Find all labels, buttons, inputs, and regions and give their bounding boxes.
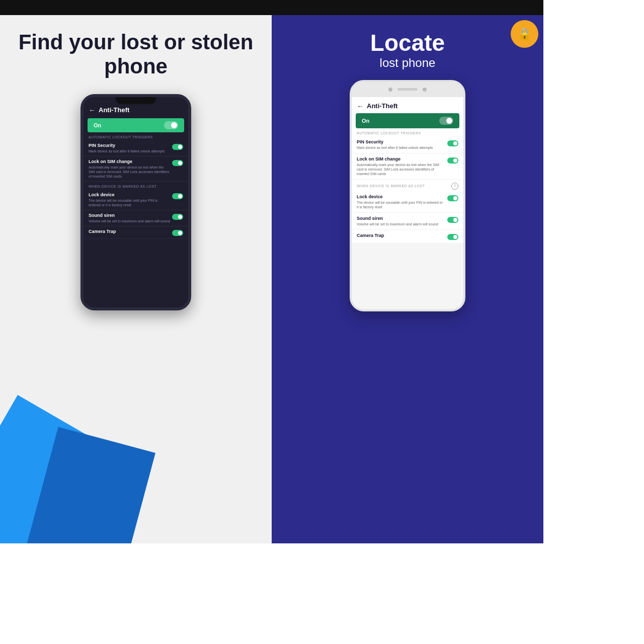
section-label-right-text: AUTOMATIC LOCKOUT TRIGGERS — [357, 131, 421, 135]
setting-title-pin-right: PIN Security — [357, 139, 445, 144]
left-panel: Find your lost or stolen phone ← Anti-Th… — [0, 15, 272, 543]
headline-big: Locate — [282, 30, 533, 56]
setting-text-camera-left: Camera Trap — [89, 229, 170, 235]
setting-text-camera-right: Camera Trap — [357, 233, 445, 239]
toggle-camera-right[interactable] — [447, 234, 458, 240]
setting-text-siren-left: Sound siren Volume will be set to maximu… — [89, 213, 170, 223]
setting-title-sim-right: Lock on SIM change — [357, 156, 445, 162]
phone-screen-left: ← Anti-Theft On AUTOMATIC LOCKOUT TRIGGE… — [84, 97, 188, 307]
orange-badge: 🔒 — [511, 20, 538, 48]
setting-item-lock-right: Lock device The device will be unusable … — [352, 191, 463, 213]
setting-desc-sim-right: Automatically mark your device as lost w… — [357, 163, 445, 176]
toggle-switch-left[interactable] — [164, 121, 178, 129]
setting-title-lock-right: Lock device — [357, 194, 445, 199]
section-label2-right: WHEN DEVICE IS MARKED AS LOST ? — [352, 180, 463, 191]
top-bar — [0, 0, 543, 15]
phone-title-left: Anti-Theft — [99, 106, 129, 114]
left-headline: Find your lost or stolen phone — [10, 30, 262, 79]
section-label2-left: WHEN DEVICE IS MARKED AS LOST — [84, 182, 188, 190]
back-arrow-left[interactable]: ← — [89, 106, 96, 114]
setting-desc-sim-left: Automatically mark your device as lost w… — [89, 165, 170, 179]
phone-left: ← Anti-Theft On AUTOMATIC LOCKOUT TRIGGE… — [80, 94, 191, 310]
section-label2-right-text: WHEN DEVICE IS MARKED AS LOST — [357, 184, 425, 188]
toggle-label-right: On — [362, 118, 369, 124]
setting-desc-siren-left: Volume will be set to maximum and alarm … — [89, 219, 170, 223]
setting-title-sim-left: Lock on SIM change — [89, 159, 170, 164]
setting-desc-pin-right: Mark device as lost after 8 failed unloc… — [357, 145, 445, 150]
phone-header-right: ← Anti-Theft — [352, 97, 463, 113]
back-arrow-right[interactable]: ← — [357, 102, 364, 110]
setting-title-pin-left: PIN Security — [89, 143, 170, 148]
setting-item-camera-left: Camera Trap — [84, 226, 188, 239]
toggle-switch-right[interactable] — [439, 117, 453, 125]
phone-screen-right: ← Anti-Theft On AUTOMATIC LOCKOUT TRIGGE… — [352, 97, 463, 244]
setting-item-siren-right: Sound siren Volume will be set to maximu… — [352, 213, 463, 230]
toggle-bar-left[interactable]: On — [88, 118, 184, 132]
setting-item-lock-left: Lock device The device will be unusable … — [84, 190, 188, 210]
setting-text-pin-right: PIN Security Mark device as lost after 8… — [357, 139, 445, 150]
setting-desc-siren-right: Volume will be set to maximum and alarm … — [357, 222, 445, 226]
setting-desc-pin-left: Mark device as lost after 8 failed unloc… — [89, 149, 170, 153]
toggle-lock-left[interactable] — [172, 193, 183, 199]
phone-camera-right — [388, 88, 392, 92]
setting-item-sim-right: Lock on SIM change Automatically mark yo… — [352, 153, 463, 180]
setting-text-lock-left: Lock device The device will be unusable … — [89, 192, 170, 207]
help-icon-right[interactable]: ? — [451, 183, 458, 190]
setting-title-siren-left: Sound siren — [89, 213, 170, 218]
setting-item-pin-right: PIN Security Mark device as lost after 8… — [352, 136, 463, 153]
section-label-right: AUTOMATIC LOCKOUT TRIGGERS — [352, 128, 463, 136]
setting-title-lock-left: Lock device — [89, 192, 170, 197]
headline-small: lost phone — [282, 56, 533, 70]
setting-text-lock-right: Lock device The device will be unusable … — [357, 194, 445, 209]
toggle-siren-left[interactable] — [172, 214, 183, 220]
setting-item-siren-left: Sound siren Volume will be set to maximu… — [84, 210, 188, 226]
phone-title-right: Anti-Theft — [367, 102, 397, 110]
setting-item-sim-left: Lock on SIM change Automatically mark yo… — [84, 156, 188, 182]
right-headline: Locate lost phone — [282, 30, 533, 70]
toggle-lock-right[interactable] — [447, 195, 458, 201]
setting-text-sim-right: Lock on SIM change Automatically mark yo… — [357, 156, 445, 176]
toggle-sim-right[interactable] — [447, 157, 458, 164]
right-panel: 🔒 Locate lost phone ← Anti-Theft On — [272, 15, 543, 543]
setting-text-pin-left: PIN Security Mark device as lost after 8… — [89, 143, 170, 153]
toggle-pin-left[interactable] — [172, 144, 183, 150]
phone-right: ← Anti-Theft On AUTOMATIC LOCKOUT TRIGGE… — [350, 80, 465, 311]
setting-item-pin-left: PIN Security Mark device as lost after 8… — [84, 140, 188, 156]
toggle-siren-right[interactable] — [447, 217, 458, 223]
toggle-bar-right[interactable]: On — [356, 113, 459, 128]
top-bar-left — [0, 0, 272, 15]
setting-title-camera-left: Camera Trap — [89, 229, 170, 234]
setting-item-camera-right: Camera Trap — [352, 230, 463, 244]
setting-title-siren-right: Sound siren — [357, 216, 445, 221]
setting-text-siren-right: Sound siren Volume will be set to maximu… — [357, 216, 445, 226]
setting-desc-lock-left: The device will be unusable until your P… — [89, 198, 170, 207]
top-bar-right — [272, 0, 543, 15]
toggle-label-left: On — [94, 122, 101, 128]
toggle-camera-left[interactable] — [172, 230, 183, 236]
phone-camera-right-2 — [423, 88, 427, 92]
setting-text-sim-left: Lock on SIM change Automatically mark yo… — [89, 159, 170, 179]
setting-title-camera-right: Camera Trap — [357, 233, 445, 238]
badge-icon: 🔒 — [518, 28, 531, 41]
phone-notch-left — [116, 97, 156, 104]
phone-top-bar-right — [352, 82, 463, 97]
section-label-left: AUTOMATIC LOCKOUT TRIGGERS — [84, 132, 188, 140]
phone-speaker-right — [397, 88, 418, 91]
main-content: Find your lost or stolen phone ← Anti-Th… — [0, 15, 543, 543]
setting-desc-lock-right: The device will be unusable until your P… — [357, 200, 445, 209]
toggle-pin-right[interactable] — [447, 140, 458, 146]
toggle-sim-left[interactable] — [172, 160, 183, 166]
